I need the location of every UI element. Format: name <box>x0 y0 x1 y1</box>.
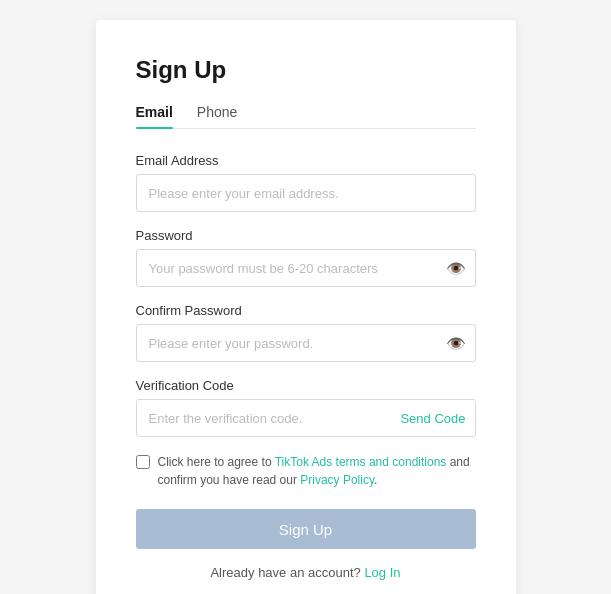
email-input[interactable] <box>136 174 476 212</box>
terms-link[interactable]: TikTok Ads terms and conditions <box>275 455 447 469</box>
verification-field-group: Verification Code Send Code <box>136 378 476 437</box>
password-label: Password <box>136 228 476 243</box>
password-eye-icon[interactable]: 👁️ <box>446 259 466 278</box>
password-field-group: Password 👁️ <box>136 228 476 287</box>
login-row: Already have an account? Log In <box>136 565 476 580</box>
confirm-password-input-wrapper: 👁️ <box>136 324 476 362</box>
confirm-password-field-group: Confirm Password 👁️ <box>136 303 476 362</box>
confirm-password-eye-icon[interactable]: 👁️ <box>446 334 466 353</box>
verification-label: Verification Code <box>136 378 476 393</box>
login-link[interactable]: Log In <box>364 565 400 580</box>
tabs-container: Email Phone <box>136 104 476 129</box>
privacy-link[interactable]: Privacy Policy <box>300 473 374 487</box>
verification-input-wrapper: Send Code <box>136 399 476 437</box>
confirm-password-input[interactable] <box>136 324 476 362</box>
signup-button[interactable]: Sign Up <box>136 509 476 549</box>
tab-email[interactable]: Email <box>136 104 173 128</box>
password-input-wrapper: 👁️ <box>136 249 476 287</box>
send-code-button[interactable]: Send Code <box>400 411 465 426</box>
terms-text: Click here to agree to TikTok Ads terms … <box>158 453 476 489</box>
signup-card: Sign Up Email Phone Email Address Passwo… <box>96 20 516 594</box>
email-label: Email Address <box>136 153 476 168</box>
already-account-text: Already have an account? <box>210 565 360 580</box>
page-title: Sign Up <box>136 56 476 84</box>
confirm-password-label: Confirm Password <box>136 303 476 318</box>
tab-phone[interactable]: Phone <box>197 104 237 128</box>
terms-checkbox[interactable] <box>136 455 150 469</box>
email-input-wrapper <box>136 174 476 212</box>
password-input[interactable] <box>136 249 476 287</box>
terms-checkbox-row: Click here to agree to TikTok Ads terms … <box>136 453 476 489</box>
email-field-group: Email Address <box>136 153 476 212</box>
